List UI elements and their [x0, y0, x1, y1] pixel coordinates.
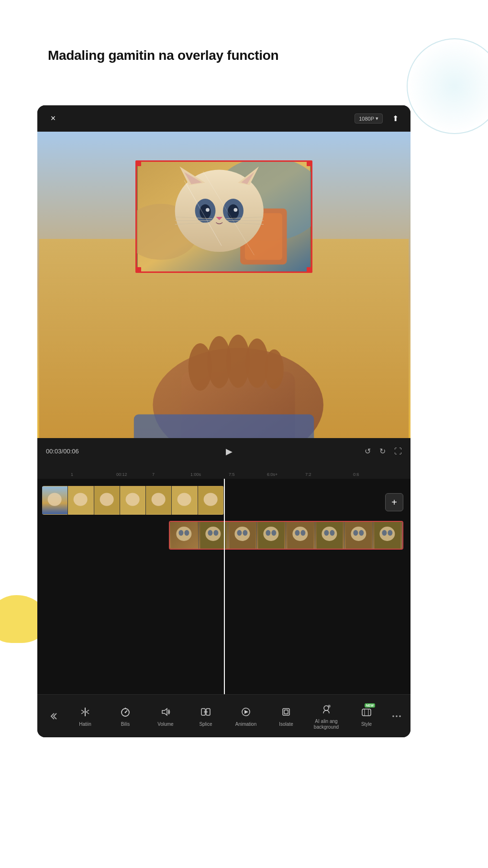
track-frame-4: [120, 486, 146, 515]
ruler-mark: 0:6: [353, 472, 359, 477]
svg-point-47: [203, 493, 217, 506]
splice-label: Splice: [199, 721, 212, 727]
top-bar-right: 1080P ▾ ⬆: [355, 112, 402, 125]
svg-point-41: [125, 493, 139, 506]
svg-point-24: [233, 208, 237, 212]
svg-point-45: [177, 493, 191, 506]
style-icon: NEW: [360, 705, 373, 719]
toolbar-item-more[interactable]: [387, 699, 407, 733]
ruler-marks-container: 1 00:12 7 1:00s 7:5 6:0s+ 7:2 0:6: [42, 464, 406, 479]
svg-point-88: [125, 711, 126, 713]
total-time: 00:06: [63, 448, 79, 455]
split-label: Hatiin: [79, 721, 91, 727]
svg-point-105: [396, 715, 398, 717]
export-button[interactable]: ⬆: [388, 112, 402, 125]
svg-point-6: [246, 338, 269, 388]
svg-point-61: [264, 527, 279, 541]
track-frame-5: [146, 486, 172, 515]
fullscreen-button[interactable]: ⛶: [394, 447, 402, 456]
svg-point-49: [176, 527, 191, 541]
svg-point-35: [48, 493, 62, 506]
speed-icon: [119, 705, 132, 719]
timeline-area: +: [37, 479, 410, 694]
toolbar-item-splice[interactable]: Splice: [186, 699, 226, 733]
corner-handle-bl[interactable]: [136, 267, 141, 272]
ai-bg-label: AI alin angbackground: [314, 719, 339, 730]
svg-point-58: [237, 530, 242, 536]
volume-icon: [159, 705, 172, 719]
page-title: Madaling gamitin na overlay function: [48, 48, 278, 63]
svg-point-65: [292, 527, 308, 541]
toolbar-item-isolate[interactable]: Isolate: [266, 699, 306, 733]
track-frame-1: [42, 486, 68, 515]
svg-point-59: [243, 530, 247, 536]
overlay-track: [42, 521, 377, 550]
play-button[interactable]: ▶: [221, 443, 238, 460]
svg-line-81: [81, 710, 84, 712]
svg-rect-101: [362, 709, 371, 716]
resolution-value: 1080P: [359, 116, 374, 122]
top-bar: × 1080P ▾ ⬆: [37, 105, 410, 132]
toolbar-item-volume[interactable]: Volume: [145, 699, 186, 733]
toolbar-item-style[interactable]: NEW Style: [346, 699, 387, 733]
svg-marker-89: [162, 709, 167, 715]
corner-handle-tl[interactable]: [136, 161, 141, 166]
svg-point-104: [392, 715, 394, 717]
svg-line-83: [86, 710, 89, 712]
svg-point-69: [322, 527, 337, 541]
animation-icon: [239, 705, 253, 719]
ruler-mark: 7:2: [305, 472, 311, 477]
ruler-mark: 1: [71, 472, 73, 477]
ruler-mark: 1:00s: [190, 472, 201, 477]
overlay-track-clip[interactable]: [169, 521, 403, 550]
decorative-circle: [407, 38, 488, 134]
svg-point-106: [399, 715, 401, 717]
svg-point-53: [205, 527, 221, 541]
svg-point-79: [388, 530, 393, 536]
corner-handle-tr[interactable]: [307, 161, 311, 166]
toolbar-item-ai-bg[interactable]: AI alin angbackground: [306, 699, 346, 733]
style-new-badge: NEW: [365, 703, 375, 708]
svg-rect-8: [134, 414, 314, 438]
style-label: Style: [361, 721, 372, 727]
svg-point-67: [300, 530, 305, 536]
add-track-button[interactable]: +: [385, 493, 403, 511]
svg-point-62: [266, 530, 271, 536]
animation-label: Animation: [235, 721, 256, 727]
chevrons-left-icon: [48, 711, 58, 721]
track-frame-3: [94, 486, 120, 515]
main-track-clip[interactable]: [42, 486, 224, 515]
svg-point-7: [265, 349, 284, 389]
track-frame-7: [198, 486, 224, 515]
svg-point-57: [234, 527, 250, 541]
svg-line-82: [81, 712, 84, 714]
toolbar-item-split[interactable]: Hatiin: [65, 699, 105, 733]
playhead[interactable]: [224, 479, 225, 694]
track-frame-2: [68, 486, 94, 515]
overlay-frame-7: [344, 522, 374, 549]
svg-point-37: [74, 493, 88, 506]
current-time: 00:03: [46, 448, 62, 455]
overlay-frame-5: [286, 522, 315, 549]
isolate-label: Isolate: [279, 721, 293, 727]
toolbar-item-bilis[interactable]: Bilis: [105, 699, 145, 733]
svg-point-54: [208, 530, 212, 536]
overlay-frame-1: [170, 522, 199, 549]
corner-handle-br[interactable]: [307, 267, 311, 272]
undo-button[interactable]: ↺: [365, 447, 371, 456]
close-button[interactable]: ×: [46, 112, 60, 126]
svg-rect-96: [284, 710, 288, 714]
redo-button[interactable]: ↻: [379, 447, 386, 456]
resolution-badge[interactable]: 1080P ▾: [355, 113, 383, 124]
svg-point-77: [380, 527, 395, 541]
toolbar-back-button[interactable]: [41, 702, 65, 731]
svg-point-23: [206, 208, 210, 212]
overlay-frame-3: [228, 522, 257, 549]
overlay-image[interactable]: [135, 160, 312, 273]
svg-line-84: [86, 712, 89, 714]
volume-label: Volume: [157, 721, 173, 727]
time-display: 00:03/00:06: [46, 448, 94, 455]
splice-icon: [199, 705, 212, 719]
toolbar-item-animation[interactable]: Animation: [226, 699, 266, 733]
track-frame-6: [172, 486, 198, 515]
